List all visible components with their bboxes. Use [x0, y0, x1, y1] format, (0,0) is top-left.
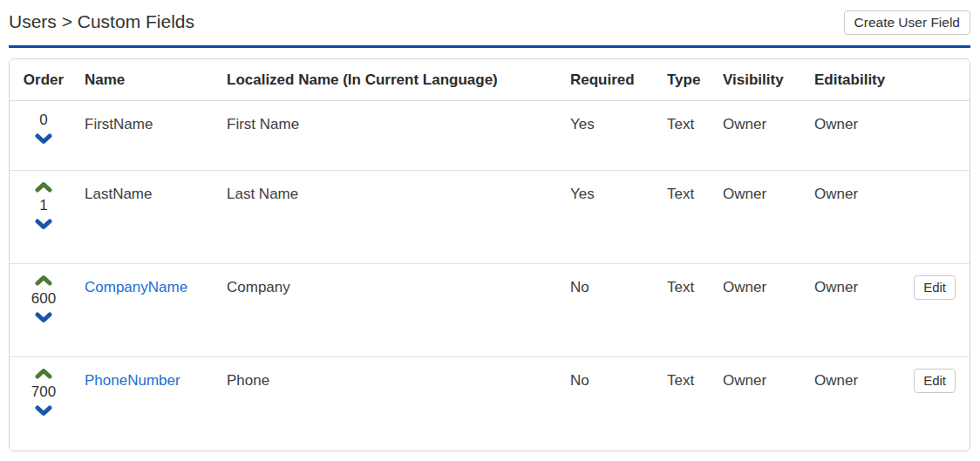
required-cell: No: [563, 264, 660, 357]
order-controls: 0: [10, 110, 78, 146]
header-localized-name: Localized Name (In Current Language): [220, 59, 563, 101]
localized-name-cell: Last Name: [220, 171, 563, 264]
name-cell: FirstName: [78, 101, 220, 171]
chevron-up-icon: [35, 181, 52, 193]
order-value: 1: [39, 195, 47, 216]
localized-name-cell: Company: [220, 264, 563, 357]
header-type: Type: [660, 59, 716, 101]
required-cell: Yes: [563, 101, 660, 171]
custom-fields-table-container: Order Name Localized Name (In Current La…: [9, 58, 970, 451]
actions-cell: Edit: [905, 357, 970, 451]
actions-cell: [905, 101, 970, 171]
order-controls: 700: [10, 366, 78, 418]
move-down-button[interactable]: [31, 132, 56, 146]
chevron-down-icon: [35, 312, 52, 323]
table-row-phonenumber: 700 PhoneNumber Phone No Text Owner Owne…: [10, 357, 970, 451]
visibility-cell: Owner: [716, 357, 807, 451]
header-name: Name: [78, 59, 220, 101]
header-required: Required: [563, 59, 660, 101]
editability-cell: Owner: [807, 357, 905, 451]
type-cell: Text: [660, 101, 716, 171]
table-row-firstname: 0 FirstName First Name Yes Text Owner Ow…: [10, 101, 970, 171]
chevron-up-icon: [35, 368, 52, 379]
type-cell: Text: [660, 264, 716, 357]
page-title: Users > Custom Fields: [9, 10, 194, 33]
header-actions: [905, 59, 970, 101]
move-up-button[interactable]: [31, 366, 56, 381]
custom-fields-page: Users > Custom Fields Create User Field …: [0, 0, 980, 451]
chevron-down-icon: [35, 219, 52, 230]
table-row-lastname: 1 LastName Last Name Yes Text Owner Owne…: [10, 171, 970, 264]
visibility-cell: Owner: [716, 264, 807, 357]
visibility-cell: Owner: [716, 171, 807, 264]
order-value: 600: [31, 288, 56, 309]
order-value: 700: [31, 382, 56, 403]
field-name-link[interactable]: PhoneNumber: [85, 372, 180, 389]
required-cell: Yes: [563, 171, 660, 264]
header-editability: Editability: [807, 59, 905, 101]
required-cell: No: [563, 357, 660, 451]
move-up-button[interactable]: [31, 180, 56, 194]
type-cell: Text: [660, 357, 716, 451]
localized-name-cell: First Name: [220, 101, 563, 171]
name-cell: CompanyName: [78, 264, 220, 357]
move-down-button[interactable]: [31, 310, 56, 325]
editability-cell: Owner: [807, 171, 905, 264]
page-header: Users > Custom Fields Create User Field: [9, 10, 970, 48]
name-cell: PhoneNumber: [78, 357, 220, 451]
chevron-up-icon: [35, 275, 52, 286]
order-value: 0: [39, 110, 47, 131]
visibility-cell: Owner: [716, 101, 807, 171]
editability-cell: Owner: [807, 101, 905, 171]
create-user-field-button[interactable]: Create User Field: [844, 10, 970, 35]
header-visibility: Visibility: [716, 59, 807, 101]
chevron-down-icon: [35, 405, 52, 417]
custom-fields-table: Order Name Localized Name (In Current La…: [10, 59, 970, 451]
actions-cell: Edit: [905, 264, 970, 357]
actions-cell: [905, 171, 970, 264]
localized-name-cell: Phone: [220, 357, 563, 451]
order-controls: 1: [10, 180, 78, 232]
chevron-down-icon: [35, 133, 52, 145]
editability-cell: Owner: [807, 264, 905, 357]
header-order: Order: [10, 59, 78, 101]
move-down-button[interactable]: [31, 403, 56, 418]
edit-button[interactable]: Edit: [914, 369, 956, 393]
edit-button[interactable]: Edit: [914, 275, 956, 300]
type-cell: Text: [660, 171, 716, 264]
move-down-button[interactable]: [31, 217, 56, 232]
move-up-button[interactable]: [31, 273, 56, 288]
table-header-row: Order Name Localized Name (In Current La…: [10, 59, 970, 101]
table-row-companyname: 600 CompanyName Company No Text Owner Ow…: [10, 264, 970, 357]
name-cell: LastName: [78, 171, 220, 264]
field-name-link[interactable]: CompanyName: [85, 279, 187, 295]
order-controls: 600: [10, 273, 78, 325]
